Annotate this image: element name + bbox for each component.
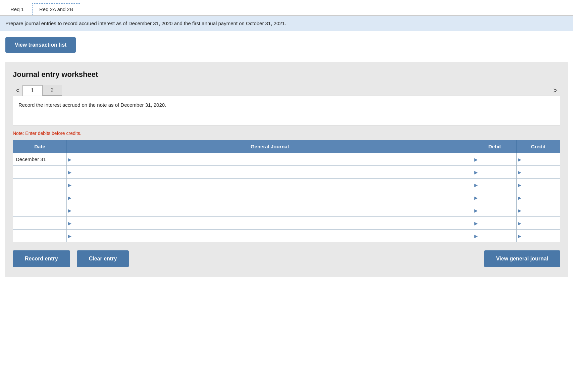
debit-arrow-icon: ▶	[474, 182, 478, 187]
date-cell	[13, 230, 67, 242]
input-arrow-icon: ▶	[68, 208, 71, 213]
date-cell: December 31	[13, 153, 67, 166]
col-header-debit: Debit	[473, 140, 517, 153]
debit-arrow-icon: ▶	[474, 157, 478, 162]
date-cell	[13, 217, 67, 230]
input-arrow-icon: ▶	[68, 220, 71, 226]
table-row: ▶▶▶	[13, 166, 560, 179]
debit-cell[interactable]: ▶	[473, 153, 517, 166]
credit-arrow-icon: ▶	[518, 182, 521, 187]
table-row: ▶▶▶	[13, 230, 560, 242]
bottom-buttons: Record entry Clear entry View general jo…	[13, 250, 560, 267]
worksheet-title: Journal entry worksheet	[13, 70, 560, 79]
debit-arrow-icon: ▶	[474, 169, 478, 175]
credit-arrow-icon: ▶	[518, 195, 521, 200]
debit-cell[interactable]: ▶	[473, 204, 517, 217]
clear-entry-button[interactable]: Clear entry	[77, 250, 129, 267]
debit-input[interactable]	[473, 230, 516, 242]
debit-cell[interactable]: ▶	[473, 179, 517, 191]
credit-cell[interactable]: ▶	[517, 191, 560, 204]
input-arrow-icon: ▶	[68, 169, 71, 175]
entry-nav: < 1 2 >	[13, 85, 560, 96]
table-row: ▶▶▶	[13, 217, 560, 230]
credit-cell[interactable]: ▶	[517, 204, 560, 217]
col-header-journal: General Journal	[67, 140, 473, 153]
date-cell	[13, 179, 67, 191]
credit-cell[interactable]: ▶	[517, 166, 560, 179]
debit-input[interactable]	[473, 166, 516, 178]
table-row: ▶▶▶	[13, 179, 560, 191]
debit-arrow-icon: ▶	[474, 220, 478, 226]
credit-cell[interactable]: ▶	[517, 179, 560, 191]
journal-cell[interactable]: ▶	[67, 230, 473, 242]
view-transaction-button[interactable]: View transaction list	[5, 37, 76, 53]
table-row: ▶▶▶	[13, 204, 560, 217]
instruction-bar: Prepare journal entries to record accrue…	[0, 16, 573, 31]
col-header-credit: Credit	[517, 140, 560, 153]
tab-bar: Req 1 Req 2A and 2B	[0, 0, 573, 16]
journal-cell[interactable]: ▶	[67, 166, 473, 179]
date-cell	[13, 191, 67, 204]
journal-cell[interactable]: ▶	[67, 191, 473, 204]
debit-input[interactable]	[473, 191, 516, 204]
journal-input[interactable]	[67, 230, 473, 242]
next-entry-button[interactable]: >	[551, 86, 560, 96]
journal-cell[interactable]: ▶	[67, 204, 473, 217]
input-arrow-icon: ▶	[68, 157, 71, 162]
description-text: Record the interest accrued on the note …	[18, 102, 166, 108]
journal-cell[interactable]: ▶	[67, 179, 473, 191]
debit-arrow-icon: ▶	[474, 195, 478, 200]
credit-input[interactable]	[517, 179, 560, 191]
credit-cell[interactable]: ▶	[517, 230, 560, 242]
worksheet-container: Journal entry worksheet < 1 2 > Record t…	[5, 62, 568, 277]
credit-input[interactable]	[517, 217, 560, 229]
credit-cell[interactable]: ▶	[517, 217, 560, 230]
journal-input[interactable]	[67, 179, 473, 191]
input-arrow-icon: ▶	[68, 182, 71, 187]
credit-arrow-icon: ▶	[518, 220, 521, 226]
debit-cell[interactable]: ▶	[473, 191, 517, 204]
input-arrow-icon: ▶	[68, 233, 71, 238]
debit-input[interactable]	[473, 204, 516, 216]
debit-input[interactable]	[473, 179, 516, 191]
entry-tab-1[interactable]: 1	[22, 85, 42, 96]
credit-input[interactable]	[517, 191, 560, 204]
credit-cell[interactable]: ▶	[517, 153, 560, 166]
debit-input[interactable]	[473, 153, 516, 165]
prev-entry-button[interactable]: <	[13, 86, 22, 96]
credit-arrow-icon: ▶	[518, 208, 521, 213]
tab-req2ab[interactable]: Req 2A and 2B	[32, 3, 80, 15]
credit-input[interactable]	[517, 166, 560, 178]
note-text: Note: Enter debits before credits.	[13, 131, 560, 136]
instruction-text: Prepare journal entries to record accrue…	[5, 20, 286, 26]
col-header-date: Date	[13, 140, 67, 153]
credit-arrow-icon: ▶	[518, 157, 521, 162]
record-entry-button[interactable]: Record entry	[13, 250, 70, 267]
credit-input[interactable]	[517, 153, 560, 165]
tab-req1[interactable]: Req 1	[3, 3, 31, 15]
entry-description: Record the interest accrued on the note …	[13, 96, 560, 126]
debit-arrow-icon: ▶	[474, 208, 478, 213]
journal-input[interactable]	[67, 191, 473, 204]
debit-arrow-icon: ▶	[474, 233, 478, 238]
table-row: December 31▶▶▶	[13, 153, 560, 166]
date-cell	[13, 166, 67, 179]
journal-cell[interactable]: ▶	[67, 153, 473, 166]
debit-cell[interactable]: ▶	[473, 217, 517, 230]
input-arrow-icon: ▶	[68, 195, 71, 200]
credit-input[interactable]	[517, 204, 560, 216]
journal-input[interactable]	[67, 153, 473, 165]
journal-input[interactable]	[67, 217, 473, 229]
entry-tab-2[interactable]: 2	[42, 85, 62, 96]
journal-table: Date General Journal Debit Credit Decemb…	[13, 140, 560, 242]
view-general-journal-button[interactable]: View general journal	[484, 250, 560, 267]
table-row: ▶▶▶	[13, 191, 560, 204]
journal-input[interactable]	[67, 204, 473, 216]
journal-input[interactable]	[67, 166, 473, 178]
debit-input[interactable]	[473, 217, 516, 229]
date-cell	[13, 204, 67, 217]
debit-cell[interactable]: ▶	[473, 230, 517, 242]
credit-input[interactable]	[517, 230, 560, 242]
debit-cell[interactable]: ▶	[473, 166, 517, 179]
journal-cell[interactable]: ▶	[67, 217, 473, 230]
